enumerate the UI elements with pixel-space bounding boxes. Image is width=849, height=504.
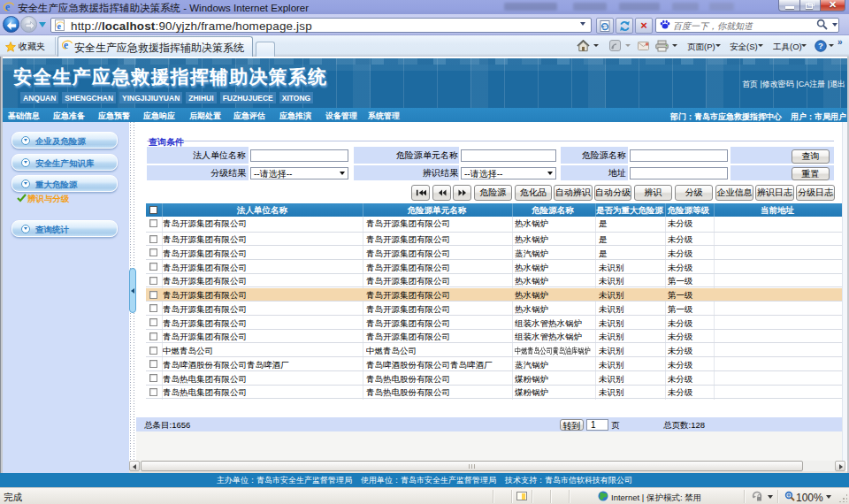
svg-text:e: e <box>57 21 61 30</box>
svg-text:?: ? <box>818 41 823 50</box>
